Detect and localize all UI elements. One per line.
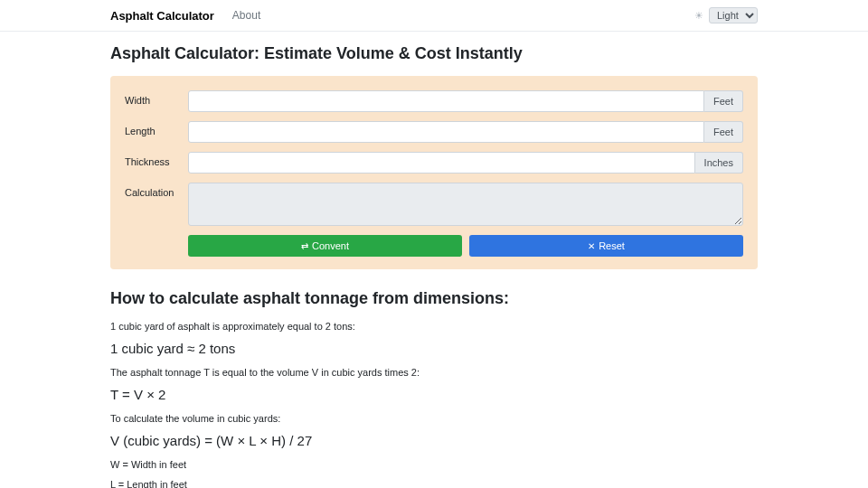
brand[interactable]: Asphalt Calculator [110, 9, 214, 23]
formula-1: 1 cubic yard ≈ 2 tons [110, 341, 758, 356]
nav-about-link[interactable]: About [232, 9, 260, 22]
sun-icon: ☀ [694, 10, 703, 22]
length-input[interactable] [188, 121, 704, 143]
thickness-unit: Inches [695, 152, 743, 174]
page-title: Asphalt Calculator: Estimate Volume & Co… [110, 44, 758, 63]
explain-p1: 1 cubic yard of asphalt is approximately… [110, 321, 758, 332]
formula-2: T = V × 2 [110, 387, 758, 402]
calculation-output[interactable] [188, 183, 743, 226]
reset-button-label: Reset [599, 240, 625, 251]
width-row: Width Feet [125, 90, 743, 112]
explain-p2: The asphalt tonnage T is equal to the vo… [110, 367, 758, 378]
reset-button[interactable]: ✕ Reset [469, 235, 743, 257]
width-label: Width [125, 90, 188, 106]
length-label: Length [125, 121, 188, 136]
top-nav: Asphalt Calculator About ☀ Light [0, 0, 868, 32]
formula-3: V (cubic yards) = (W × L × H) / 27 [110, 433, 758, 448]
thickness-label: Thickness [125, 152, 188, 167]
thickness-row: Thickness Inches [125, 152, 743, 174]
close-icon: ✕ [588, 241, 595, 251]
arrows-icon: ⇄ [301, 241, 308, 251]
length-row: Length Feet [125, 121, 743, 143]
width-unit: Feet [704, 90, 743, 112]
theme-select[interactable]: Light [709, 7, 758, 23]
explain-p5: L = Length in feet [110, 479, 758, 488]
explain-p4: W = Width in feet [110, 459, 758, 470]
length-unit: Feet [704, 121, 743, 143]
calculation-label: Calculation [125, 183, 188, 198]
calculator-card: Width Feet Length Feet Thickness Inches … [110, 76, 758, 269]
convert-button-label: Convent [312, 240, 349, 251]
calculation-row: Calculation [125, 183, 743, 226]
explain-heading: How to calculate asphalt tonnage from di… [110, 289, 758, 308]
thickness-input[interactable] [188, 152, 695, 174]
explain-p3: To calculate the volume in cubic yards: [110, 413, 758, 424]
width-input[interactable] [188, 90, 704, 112]
convert-button[interactable]: ⇄ Convent [188, 235, 462, 257]
